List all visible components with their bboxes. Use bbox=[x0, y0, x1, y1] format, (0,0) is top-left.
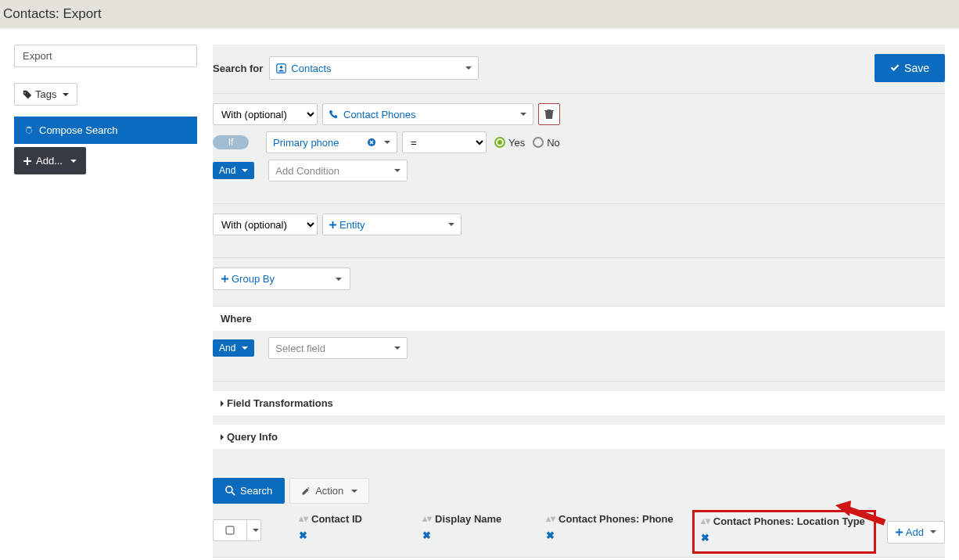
action-button[interactable]: Action bbox=[289, 478, 369, 504]
caret-down-icon bbox=[930, 530, 936, 533]
column-header[interactable]: ▴▾ Contact Phones: Phone bbox=[546, 513, 691, 525]
with-block-2: With (optional) Entity bbox=[213, 204, 945, 258]
with-select-2[interactable]: With (optional) bbox=[213, 214, 318, 235]
query-info-accordion[interactable]: Query Info bbox=[213, 425, 945, 449]
radio-checked-icon bbox=[494, 137, 505, 148]
group-by-button[interactable]: Group By bbox=[213, 267, 350, 290]
caret-down-icon bbox=[242, 169, 248, 172]
column-phone: ▴▾ Contact Phones: Phone ✖ bbox=[540, 513, 697, 541]
search-button[interactable]: Search bbox=[213, 478, 285, 504]
save-button[interactable]: Save bbox=[875, 54, 945, 82]
where-field-select[interactable]: Select field bbox=[268, 337, 408, 359]
add-column-button[interactable]: Add bbox=[887, 521, 945, 544]
and-label: And bbox=[219, 343, 235, 354]
if-badge: If bbox=[213, 135, 249, 149]
caret-down-icon bbox=[70, 160, 77, 163]
add-condition-placeholder: Add Condition bbox=[275, 165, 339, 177]
contact-phones-select[interactable]: Contact Phones bbox=[322, 103, 533, 125]
search-entity-select[interactable]: Contacts bbox=[269, 56, 479, 80]
and-badge-where[interactable]: And bbox=[213, 339, 254, 357]
action-label: Action bbox=[315, 485, 343, 497]
entity-placeholder: Entity bbox=[339, 219, 365, 231]
search-entity-text: Contacts bbox=[291, 63, 331, 74]
caret-down-icon bbox=[448, 223, 454, 226]
add-column-label: Add bbox=[906, 526, 924, 538]
sort-icon: ▴▾ bbox=[422, 517, 432, 521]
remove-column-icon[interactable]: ✖ bbox=[422, 529, 533, 541]
page-title: Contacts: Export bbox=[3, 6, 102, 21]
check-icon bbox=[890, 63, 900, 73]
nav-compose-search[interactable]: Compose Search bbox=[14, 117, 197, 144]
sort-icon: ▴▾ bbox=[701, 519, 710, 523]
pencil-icon bbox=[301, 486, 311, 496]
caret-right-icon bbox=[221, 400, 224, 407]
caret-down-icon bbox=[520, 113, 526, 116]
caret-down-icon bbox=[253, 529, 259, 532]
trash-icon bbox=[544, 109, 554, 120]
caret-down-icon bbox=[351, 490, 357, 493]
select-field-placeholder: Select field bbox=[275, 343, 325, 354]
column-label: Contact Phones: Phone bbox=[559, 513, 673, 525]
field-transformations-accordion[interactable]: Field Transformations bbox=[213, 391, 945, 415]
add-label: Add... bbox=[36, 155, 63, 167]
where-heading: Where bbox=[213, 307, 945, 331]
radio-unchecked-icon bbox=[533, 137, 544, 148]
and-badge-1[interactable]: And bbox=[213, 162, 254, 179]
plus-icon bbox=[23, 157, 31, 165]
main-panel: Search for Contacts Save bbox=[213, 45, 945, 558]
svg-point-1 bbox=[280, 66, 283, 69]
with-block-1: With (optional) Contact Phones bbox=[213, 94, 945, 204]
sidebar: Export Tags Compose Search Add... bbox=[14, 45, 197, 174]
contacts-icon bbox=[276, 63, 286, 74]
no-label: No bbox=[547, 137, 560, 149]
sort-icon: ▴▾ bbox=[546, 517, 555, 521]
yes-radio[interactable]: Yes bbox=[494, 137, 525, 149]
selectall-checkbox[interactable] bbox=[213, 519, 247, 541]
column-header[interactable]: ▴▾ Contact Phones: Location Type bbox=[701, 515, 867, 527]
and-label: And bbox=[219, 165, 235, 176]
caret-down-icon bbox=[465, 66, 472, 70]
plus-icon bbox=[896, 529, 903, 536]
caret-down-icon bbox=[394, 169, 400, 172]
page-title-bar: Contacts: Export bbox=[0, 0, 959, 29]
caret-down-icon bbox=[394, 346, 400, 350]
caret-down-icon bbox=[242, 346, 248, 350]
plus-icon bbox=[221, 275, 228, 282]
where-section: Where And Select field bbox=[213, 307, 945, 382]
column-location-type: ▴▾ Contact Phones: Location Type ✖ bbox=[692, 510, 876, 554]
phone-icon bbox=[329, 109, 339, 119]
search-for-label: Search for bbox=[213, 63, 263, 74]
column-header[interactable]: ▴▾ Contact ID bbox=[299, 513, 410, 525]
delete-with-button[interactable] bbox=[538, 103, 560, 125]
selectall-dropdown[interactable] bbox=[247, 519, 261, 541]
column-label: Contact ID bbox=[311, 513, 362, 525]
tags-label: Tags bbox=[35, 88, 56, 100]
search-label: Search bbox=[240, 485, 272, 497]
export-title-input[interactable]: Export bbox=[14, 45, 197, 67]
column-contact-id: ▴▾ Contact ID ✖ bbox=[293, 513, 416, 541]
contact-phones-text: Contact Phones bbox=[343, 109, 416, 120]
with-select-1[interactable]: With (optional) bbox=[213, 103, 318, 125]
primary-phone-chip[interactable]: Primary phone bbox=[266, 131, 397, 153]
remove-column-icon[interactable]: ✖ bbox=[701, 532, 867, 544]
sort-icon: ▴▾ bbox=[299, 517, 308, 521]
group-by-label: Group By bbox=[232, 273, 275, 285]
remove-column-icon[interactable]: ✖ bbox=[299, 529, 410, 541]
query-info-label: Query Info bbox=[227, 431, 278, 443]
tag-icon bbox=[23, 90, 32, 99]
selectall-group bbox=[213, 519, 261, 541]
operator-select[interactable]: = bbox=[402, 131, 487, 153]
entity-select[interactable]: Entity bbox=[322, 214, 462, 235]
tags-button[interactable]: Tags bbox=[14, 83, 77, 106]
svg-rect-4 bbox=[226, 526, 234, 534]
caret-down-icon bbox=[63, 93, 69, 96]
remove-field-icon[interactable] bbox=[367, 138, 376, 147]
column-display-name: ▴▾ Display Name ✖ bbox=[416, 513, 540, 541]
nav-add[interactable]: Add... bbox=[14, 147, 86, 174]
remove-column-icon[interactable]: ✖ bbox=[546, 529, 691, 541]
add-condition-select[interactable]: Add Condition bbox=[268, 160, 408, 181]
primary-phone-label: Primary phone bbox=[273, 137, 339, 149]
no-radio[interactable]: No bbox=[533, 137, 560, 149]
caret-right-icon bbox=[221, 434, 224, 440]
column-header[interactable]: ▴▾ Display Name bbox=[422, 513, 533, 525]
